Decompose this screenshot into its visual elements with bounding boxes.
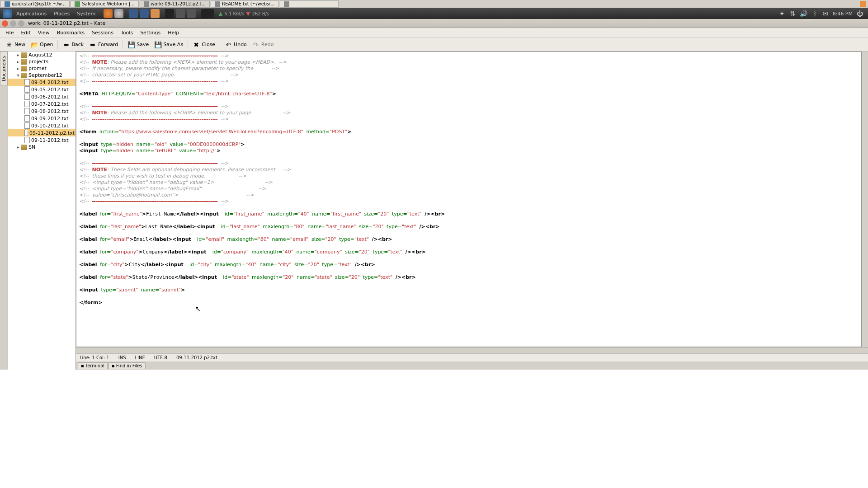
tree-file[interactable]: 09-11-2012.txt — [8, 136, 75, 144]
tree-file[interactable]: 09-09-2012.txt — [8, 115, 75, 122]
menu-sessions[interactable]: Sessions — [88, 28, 117, 37]
tree-file[interactable]: 09-07-2012.txt — [8, 100, 75, 108]
file-name: 09-06-2012.txt — [31, 94, 69, 100]
gnome-menu-applications[interactable]: Applications — [13, 11, 50, 17]
horizontal-scrollbar[interactable] — [76, 347, 868, 353]
redo-button: ↷Redo — [250, 40, 277, 50]
tree-file[interactable]: 09-08-2012.txt — [8, 108, 75, 115]
file-name: 09-09-2012.txt — [31, 116, 69, 122]
new-icon: ✳ — [5, 41, 13, 48]
file-tree[interactable]: ▸August12▸projects▸promet▾September1209-… — [8, 52, 76, 370]
folder-icon — [21, 73, 27, 78]
menu-bookmarks[interactable]: Bookmarks — [53, 28, 88, 37]
taskbar-item[interactable]: Salesforce Webform |... — [71, 0, 138, 8]
clock[interactable]: 8:46 PM — [833, 11, 853, 17]
bottom-tab-find-in-files[interactable]: ▪Find in Files — [108, 362, 146, 369]
folder-icon — [21, 145, 27, 150]
window-close-button[interactable] — [2, 20, 8, 27]
launcher-icon[interactable] — [176, 9, 185, 18]
documents-side-tab[interactable]: Documents — [0, 52, 8, 85]
menu-label: Bookmarks — [57, 30, 85, 36]
bottom-tab-terminal[interactable]: ▪Terminal — [78, 362, 108, 369]
menubar: FileEditViewBookmarksSessionsToolsSettin… — [0, 28, 868, 38]
menu-edit[interactable]: Edit — [17, 28, 34, 37]
new-button[interactable]: ✳New — [3, 40, 28, 50]
main-menu-icon[interactable] — [3, 9, 12, 18]
launcher-icon[interactable] — [140, 9, 149, 18]
menu-settings[interactable]: Settings — [137, 28, 164, 37]
virtualbox-launcher-icon[interactable] — [129, 9, 138, 18]
open-button[interactable]: 📂Open — [28, 40, 56, 50]
power-icon[interactable]: ⏻ — [856, 10, 863, 17]
app-icon — [215, 1, 220, 7]
expand-icon[interactable]: ▸ — [15, 66, 21, 71]
terminal-icon: ▪ — [81, 363, 84, 368]
app-icon — [144, 1, 149, 7]
launcher-icon[interactable] — [201, 9, 214, 18]
desktop-switch-icon[interactable] — [860, 1, 866, 7]
tree-folder[interactable]: ▸promet — [8, 65, 75, 72]
tree-folder[interactable]: ▸SN — [8, 144, 75, 150]
tray-mail-icon[interactable]: ✉ — [822, 10, 829, 17]
app-icon — [284, 1, 289, 7]
file-name: 09-11-2012.txt — [31, 137, 69, 143]
tree-file[interactable]: 09-06-2012.txt — [8, 93, 75, 100]
tree-file[interactable]: 09-04-2012.txt — [8, 79, 75, 86]
tree-file[interactable]: 09-10-2012.txt — [8, 122, 75, 129]
file-icon — [24, 79, 30, 85]
expand-icon[interactable]: ▸ — [15, 52, 21, 57]
taskbar-item[interactable]: work: 09-11-2012.p2.t... — [140, 0, 210, 8]
close-button[interactable]: ✖Close — [190, 40, 218, 50]
menu-label: Help — [168, 30, 179, 36]
taskbar-label: quickstart@qs10: ~/w... — [12, 1, 66, 6]
tray-bluetooth-icon[interactable]: ᛒ — [811, 10, 818, 17]
taskbar-label: README.txt (~/websi... — [222, 1, 275, 6]
tree-folder[interactable]: ▾September12 — [8, 72, 75, 79]
file-icon — [24, 86, 30, 93]
button-label: New — [14, 42, 25, 47]
tab-label: Terminal — [85, 363, 104, 368]
firefox-launcher-icon[interactable] — [104, 9, 113, 18]
forward-button[interactable]: ➡Forward — [86, 40, 121, 50]
window-minimize-button[interactable] — [10, 20, 16, 27]
file-name: 09-11-2012.p2.txt — [29, 130, 75, 136]
menu-help[interactable]: Help — [164, 28, 183, 37]
tree-file[interactable]: 09-05-2012.txt — [8, 86, 75, 93]
expand-icon[interactable]: ▸ — [15, 145, 21, 150]
tray-volume-icon[interactable]: 🔊 — [800, 10, 807, 17]
undo-button[interactable]: ↶Undo — [222, 40, 250, 50]
tree-file[interactable]: 09-11-2012.p2.txt — [8, 129, 75, 136]
menu-label: View — [38, 30, 50, 36]
menu-view[interactable]: View — [34, 28, 53, 37]
menu-tools[interactable]: Tools — [117, 28, 137, 37]
gnome-menu-places[interactable]: Places — [50, 11, 73, 17]
tray-puzzle-icon[interactable]: ✦ — [778, 10, 786, 17]
gnome-menu-system[interactable]: System — [73, 11, 99, 17]
expand-icon[interactable]: ▸ — [15, 59, 21, 64]
menu-label: File — [5, 30, 14, 36]
window-maximize-button[interactable] — [18, 20, 24, 27]
tree-folder[interactable]: ▸projects — [8, 58, 75, 65]
taskbar-label: work: 09-11-2012.p2.t... — [151, 1, 206, 6]
taskbar-item[interactable]: quickstart@qs10: ~/w... — [0, 0, 70, 8]
launcher-icon[interactable] — [187, 9, 196, 18]
terminal-launcher-icon[interactable] — [165, 9, 174, 18]
chrome-launcher-icon[interactable] — [114, 9, 123, 18]
taskbar-item[interactable] — [280, 0, 339, 8]
collapse-icon[interactable]: ▾ — [15, 73, 21, 78]
app-icon — [5, 1, 10, 7]
filename: 09-11-2012.p2.txt — [176, 355, 217, 360]
saveas-button[interactable]: 💾Save As — [151, 40, 186, 50]
tray-network-icon[interactable]: ⇅ — [789, 10, 797, 17]
upload-arrow-icon: ▲ — [218, 10, 222, 17]
code-editor[interactable]: <!-- -----------------------------------… — [76, 52, 862, 347]
back-button[interactable]: ⬅Back — [60, 40, 86, 50]
tree-folder[interactable]: ▸August12 — [8, 52, 75, 58]
save-button[interactable]: 💾Save — [125, 40, 151, 50]
launcher-icon[interactable] — [151, 9, 160, 18]
taskbar-item[interactable]: README.txt (~/websi... — [211, 0, 279, 8]
vertical-scrollbar[interactable] — [862, 52, 868, 347]
menu-label: Tools — [121, 30, 133, 36]
menu-file[interactable]: File — [2, 28, 17, 37]
button-label: Close — [202, 42, 215, 47]
